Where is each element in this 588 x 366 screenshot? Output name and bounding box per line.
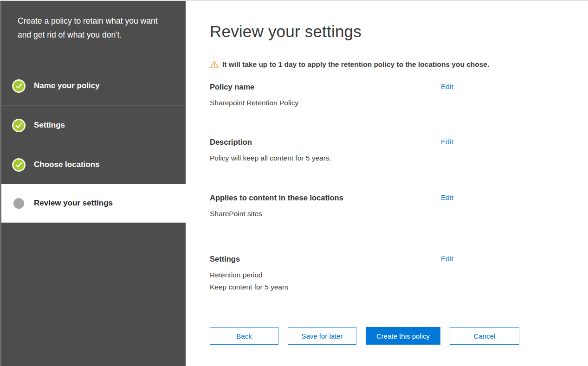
edit-description-link[interactable]: Edit [441, 137, 453, 147]
warning-banner: It will take up to 1 day to apply the re… [210, 60, 489, 69]
edit-settings-link[interactable]: Edit [441, 254, 453, 264]
retention-policy-wizard: Create a policy to retain what you want … [0, 0, 588, 366]
step-complete-check-icon [13, 120, 24, 131]
description-value: Policy will keep all content for 5 years… [210, 152, 535, 164]
step-label: Choose locations [34, 160, 100, 169]
section-label: Description [210, 138, 252, 146]
settings-value-retention-period: Retention period [210, 269, 535, 281]
save-for-later-button[interactable]: Save for later [288, 327, 356, 345]
warning-triangle-icon [210, 60, 219, 69]
policy-name-value: Sharepoint Retention Policy [210, 97, 535, 109]
settings-value-keep-content: Keep content for 5 years [210, 281, 535, 293]
section-locations: Applies to content in these locations Ed… [210, 193, 535, 220]
wizard-sidebar: Create a policy to retain what you want … [0, 1, 186, 366]
wizard-button-row: Back Save for later Create this policy C… [210, 327, 519, 345]
section-description: Description Edit Policy will keep all co… [210, 137, 535, 164]
section-label: Settings [210, 255, 240, 263]
section-label: Applies to content in these locations [210, 193, 343, 202]
edit-policy-name-link[interactable]: Edit [441, 82, 453, 92]
step-pending-circle-icon [13, 198, 24, 209]
sidebar-step-settings[interactable]: Settings [1, 105, 186, 145]
step-label: Name your policy [34, 81, 100, 90]
create-this-policy-button[interactable]: Create this policy [366, 327, 440, 345]
sidebar-step-name-your-policy[interactable]: Name your policy [1, 66, 186, 105]
page-title: Review your settings [210, 22, 362, 41]
sidebar-step-review-your-settings[interactable]: Review your settings [1, 184, 186, 223]
wizard-intro-text: Create a policy to retain what you want … [1, 1, 186, 66]
back-button[interactable]: Back [210, 327, 278, 345]
edit-locations-link[interactable]: Edit [441, 193, 453, 203]
step-complete-check-icon [13, 160, 24, 170]
cancel-button[interactable]: Cancel [450, 327, 519, 345]
step-complete-check-icon [13, 81, 24, 91]
sidebar-step-choose-locations[interactable]: Choose locations [1, 145, 186, 184]
section-label: Policy name [210, 83, 254, 91]
step-label: Review your settings [34, 199, 113, 208]
warning-text: It will take up to 1 day to apply the re… [222, 60, 489, 69]
step-label: Settings [34, 121, 65, 130]
section-policy-name: Policy name Edit Sharepoint Retention Po… [210, 82, 535, 109]
locations-value: SharePoint sites [210, 208, 535, 220]
section-settings: Settings Edit Retention period Keep cont… [210, 254, 535, 293]
main-content: Review your settings It will take up to … [186, 1, 588, 366]
